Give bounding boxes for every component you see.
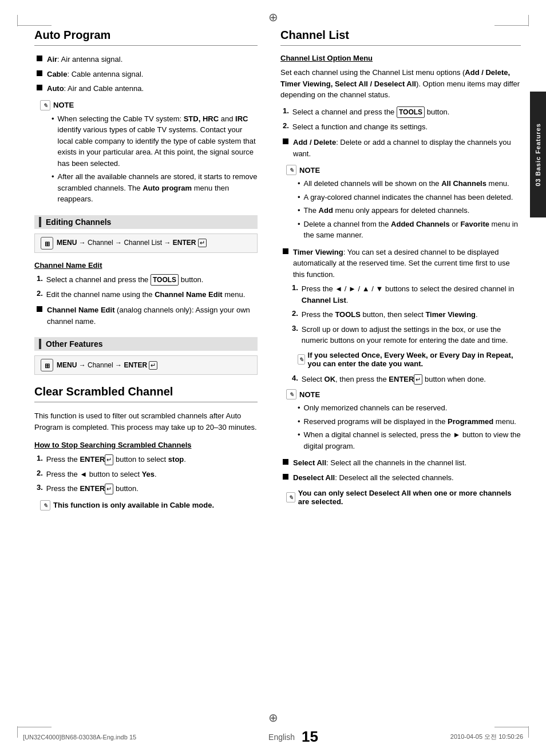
stop-num-2: 2. <box>37 469 43 480</box>
left-column: Auto Program Air: Air antenna signal. Ca… <box>34 29 275 516</box>
add-delete-note-label: NOTE <box>299 166 320 175</box>
ad-note-3: • The Add menu only appears for deleted … <box>298 205 521 216</box>
ad-note-text-4: Delete a channel from the Added Channels… <box>304 219 521 241</box>
page-number: 15 <box>302 728 318 746</box>
clear-scrambled-description: This function is used to filter out scra… <box>34 410 258 433</box>
note-bullet-2: • After all the available channels are s… <box>52 171 258 205</box>
air-text: Air: Air antenna signal. <box>47 54 258 65</box>
note-bullet-1: • When selecting the Cable TV system: ST… <box>52 113 258 169</box>
tv-dot-3: • <box>298 430 300 439</box>
deselect-note-icon: ✎ <box>286 492 295 502</box>
bullet-square-sa <box>283 459 288 465</box>
note-dot-2: • <box>52 172 54 181</box>
menu-path-text: MENU → Channel → Channel List → ENTER ↵ <box>57 239 207 247</box>
editing-channels-menu-path: ⊞ MENU → Channel → Channel List → ENTER … <box>34 233 258 253</box>
tv-num-2: 2. <box>292 309 298 320</box>
channel-name-edit-bullet: Channel Name Edit (analog channels only)… <box>34 304 258 327</box>
right-column: Channel List Channel List Option Menu Se… <box>275 29 521 516</box>
auto-program-section: Auto Program Air: Air antenna signal. Ca… <box>34 29 258 205</box>
repeat-note-icon: ✎ <box>298 354 305 365</box>
channel-list-description: Set each channel using the Channel List … <box>280 67 521 101</box>
tv-step-2: 2. Press the TOOLS button, then select T… <box>292 309 521 320</box>
channel-name-edit-title: Channel Name Edit <box>34 261 258 270</box>
cl-num-2: 2. <box>283 121 289 133</box>
ad-dot-3: • <box>298 206 300 215</box>
timer-viewing-bullet: Timer Viewing: You can set a desired cha… <box>280 247 521 280</box>
tv-note-bullets: • Only memorized channels can be reserve… <box>286 402 521 452</box>
other-menu-path-text: MENU → Channel → ENTER ↵ <box>57 361 157 370</box>
clear-scrambled-section: Clear Scrambled Channel This function is… <box>34 385 258 510</box>
ad-dot-1: • <box>298 179 300 188</box>
tv-note-icon: ✎ <box>286 389 296 399</box>
tv-num-1: 1. <box>292 283 298 306</box>
timer-viewing-steps-2: 4. Select OK, then press the ENTER↵ butt… <box>280 374 521 385</box>
ad-note-text-1: All deleted channels will be shown on th… <box>304 178 521 189</box>
tv-note-text-1: Only memorized channels can be reserved. <box>304 402 521 414</box>
note-dot-1: • <box>52 114 54 123</box>
deselect-note-header: ✎ You can only select Deselect All when … <box>286 489 521 506</box>
other-features-section: Other Features ⊞ MENU → Channel → ENTER … <box>34 337 258 375</box>
note-text-1: When selecting the Cable TV system: STD,… <box>58 113 258 169</box>
corner-mark-br <box>494 727 529 727</box>
deselect-all-bullet: Deselect All: Deselect all the selected … <box>280 472 521 484</box>
cable-note-text: This function is only available in Cable… <box>53 501 214 509</box>
tv-note-label: NOTE <box>299 390 320 399</box>
bullet-square-ad <box>283 138 288 144</box>
note-text-2: After all the available channels are sto… <box>58 171 258 205</box>
main-content: Auto Program Air: Air antenna signal. Ca… <box>0 0 546 539</box>
cl-num-1: 1. <box>283 106 289 118</box>
stop-num-3: 3. <box>37 483 43 494</box>
menu-icon: ⊞ <box>41 237 53 250</box>
english-label: English <box>268 733 295 742</box>
bullet-square-cne <box>37 306 42 312</box>
step-num-1: 1. <box>37 274 43 286</box>
repeat-note-header: ✎ If you selected Once, Every Week, or E… <box>298 351 521 368</box>
ad-note-2: • A gray-colored channel indicates the c… <box>298 192 521 203</box>
stop-step-1: 1. Press the ENTER↵ button to select sto… <box>37 454 258 465</box>
channel-name-steps: 1. Select a channel and press the TOOLS … <box>34 274 258 300</box>
corner-vline-tl <box>17 15 18 26</box>
add-delete-text: Add / Delete: Delete or add a channel to… <box>293 137 521 159</box>
note-label-auto: NOTE <box>53 101 74 109</box>
tv-text-2: Press the TOOLS button, then select Time… <box>302 309 521 320</box>
clear-scrambled-title: Clear Scrambled Channel <box>34 385 258 402</box>
heading-bar <box>39 217 41 227</box>
registration-mark-bottom: ⊕ <box>268 711 278 725</box>
cl-text-1: Select a channel and press the TOOLS but… <box>292 106 521 118</box>
step-text-1: Select a channel and press the TOOLS but… <box>46 274 258 286</box>
timer-viewing-note: ✎ NOTE • Only memorized channels can be … <box>280 389 521 452</box>
channel-name-edit-text: Channel Name Edit (analog channels only)… <box>47 304 258 327</box>
editing-channels-heading: Editing Channels <box>34 215 258 229</box>
note-icon-auto: ✎ <box>40 100 50 110</box>
tv-note-text-2: Reserved programs will be displayed in t… <box>304 416 521 428</box>
bullet-square-cable <box>37 70 42 76</box>
cl-step-2: 2. Select a function and change its sett… <box>283 121 521 133</box>
ad-note-text-2: A gray-colored channel indicates the cha… <box>304 192 521 203</box>
step-num-2: 2. <box>37 289 43 300</box>
footer-right: English 15 <box>268 728 318 746</box>
tv-note-2: • Reserved programs will be displayed in… <box>298 416 521 428</box>
other-features-heading: Other Features <box>34 337 258 351</box>
stop-text-3: Press the ENTER↵ button. <box>46 483 258 494</box>
stop-step-2: 2. Press the ◄ button to select Yes. <box>37 469 258 480</box>
cable-bullet: Cable: Cable antenna signal. <box>34 69 258 80</box>
footer-file: [UN32C4000]BN68-03038A-Eng.indb 15 <box>23 734 136 741</box>
channel-name-step-1: 1. Select a channel and press the TOOLS … <box>37 274 258 286</box>
other-features-menu-path: ⊞ MENU → Channel → ENTER ↵ <box>34 355 258 375</box>
registration-mark-top: ⊕ <box>268 10 278 24</box>
deselect-note: ✎ You can only select Deselect All when … <box>280 489 521 506</box>
timer-viewing-text: Timer Viewing: You can set a desired cha… <box>293 247 521 280</box>
auto-program-note: ✎ NOTE • When selecting the Cable TV sys… <box>34 100 258 205</box>
tv-note-header: ✎ NOTE <box>286 389 521 399</box>
ad-note-1: • All deleted channels will be shown on … <box>298 178 521 189</box>
timer-viewing-steps: 1. Press the ◄ / ► / ▲ / ▼ buttons to se… <box>280 283 521 346</box>
stop-step-3: 3. Press the ENTER↵ button. <box>37 483 258 494</box>
bullet-square-da <box>283 474 288 480</box>
tv-note-3: • When a digital channel is selected, pr… <box>298 429 521 452</box>
other-features-bar <box>39 339 41 349</box>
note-header-auto: ✎ NOTE <box>40 100 258 110</box>
editing-channels-section: Editing Channels ⊞ MENU → Channel → Chan… <box>34 215 258 327</box>
corner-mark-tr <box>494 25 529 26</box>
other-features-title: Other Features <box>46 339 103 349</box>
add-delete-note-header: ✎ NOTE <box>286 165 521 175</box>
